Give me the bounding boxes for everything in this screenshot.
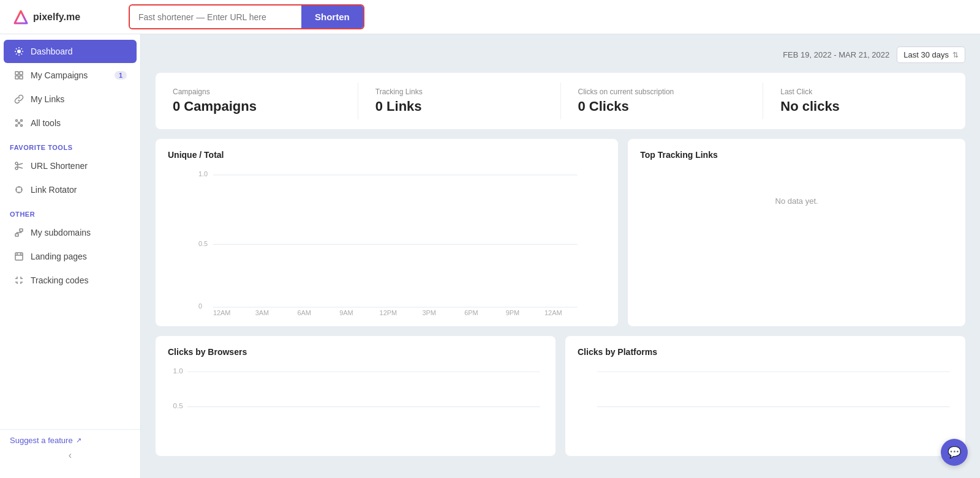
stat-links: Tracking Links 0 Links [358, 83, 561, 119]
svg-point-12 [15, 167, 18, 170]
logo: pixelfy.me [12, 9, 110, 26]
svg-point-11 [15, 162, 18, 165]
date-range-text: FEB 19, 2022 - MAR 21, 2022 [783, 50, 889, 59]
sidebar-item-tracking-codes[interactable]: Tracking codes [4, 269, 137, 292]
sidebar-item-link-rotator[interactable]: Link Rotator [4, 178, 137, 201]
date-select-label: Last 30 days [903, 50, 949, 59]
stat-last-click-label: Last Click [780, 88, 948, 96]
svg-text:9PM: 9PM [506, 309, 519, 315]
charts-row-2: Clicks by Browsers 1.0 0.5 Clicks by Pla… [156, 336, 965, 456]
sidebar-item-landing-pages[interactable]: Landing pages [4, 245, 137, 268]
external-link-icon: ↗ [76, 436, 81, 444]
logo-text: pixelfy.me [33, 12, 80, 23]
sidebar-collapse-button[interactable]: ‹ [10, 445, 130, 466]
sidebar-nav: Dashboard My Campaigns 1 My Links Al [0, 34, 140, 429]
stat-clicks-value: 0 Clicks [578, 99, 746, 114]
sidebar-item-url-shortener[interactable]: URL Shortener [4, 154, 137, 177]
campaigns-icon [13, 70, 24, 81]
sidebar-item-subdomains-label: My subdomains [31, 228, 91, 237]
svg-point-9 [21, 125, 23, 127]
tools-icon [13, 118, 24, 129]
platforms-chart-card: Clicks by Platforms [565, 336, 965, 456]
browsers-chart-card: Clicks by Browsers 1.0 0.5 [156, 336, 556, 456]
topbar: pixelfy.me Shorten [0, 0, 980, 34]
sidebar-item-links-label: My Links [31, 94, 64, 104]
svg-point-8 [16, 125, 18, 127]
unique-total-chart-area: 1.0 0.5 0 12AM 3AM 6AM 9AM 12PM 3PM [168, 168, 606, 315]
svg-text:12PM: 12PM [380, 309, 397, 315]
svg-text:9AM: 9AM [339, 309, 353, 315]
main-layout: Dashboard My Campaigns 1 My Links Al [0, 34, 980, 478]
sidebar-item-links[interactable]: My Links [4, 88, 137, 111]
svg-text:3PM: 3PM [422, 309, 435, 315]
charts-row-1: Unique / Total 1.0 0.5 0 12AM 3AM [156, 139, 965, 326]
svg-point-6 [16, 120, 18, 122]
platforms-chart-area [578, 365, 953, 445]
svg-text:0: 0 [198, 302, 202, 310]
top-tracking-links-card: Top Tracking Links No data yet. [628, 139, 965, 326]
platforms-chart-title: Clicks by Platforms [578, 347, 953, 357]
chat-bubble-button[interactable]: 💬 [941, 439, 968, 466]
sidebar-item-tracking-codes-label: Tracking codes [31, 275, 88, 285]
svg-rect-5 [20, 76, 23, 79]
sidebar-item-dashboard[interactable]: Dashboard [4, 40, 137, 63]
logo-icon [12, 9, 29, 26]
sidebar-item-subdomains[interactable]: My subdomains [4, 221, 137, 244]
svg-text:6PM: 6PM [464, 309, 478, 315]
tracking-icon [13, 275, 24, 286]
no-data-text: No data yet. [640, 196, 953, 206]
svg-marker-0 [15, 11, 27, 23]
stat-last-click: Last Click No clicks [763, 83, 965, 119]
links-icon [13, 94, 24, 105]
stat-campaigns-label: Campaigns [173, 88, 341, 96]
url-shortener-bar: Shorten [129, 4, 364, 29]
stat-links-value: 0 Links [375, 99, 543, 114]
sidebar-item-campaigns-label: My Campaigns [31, 70, 88, 80]
top-tracking-links-title: Top Tracking Links [640, 150, 953, 160]
svg-text:3AM: 3AM [255, 309, 269, 315]
landing-icon [13, 251, 24, 262]
svg-point-10 [18, 122, 20, 124]
sidebar-item-url-shortener-label: URL Shortener [31, 161, 88, 171]
sidebar-item-all-tools[interactable]: All tools [4, 111, 137, 135]
main-content: FEB 19, 2022 - MAR 21, 2022 Last 30 days… [141, 34, 980, 478]
shorten-button[interactable]: Shorten [301, 6, 363, 28]
url-input[interactable] [130, 7, 301, 27]
svg-rect-3 [20, 72, 23, 75]
browsers-chart-title: Clicks by Browsers [168, 347, 543, 357]
unique-total-chart-card: Unique / Total 1.0 0.5 0 12AM 3AM [156, 139, 618, 326]
browsers-chart-area: 1.0 0.5 [168, 365, 543, 445]
sidebar-item-all-tools-label: All tools [31, 118, 61, 128]
date-range-select[interactable]: Last 30 days ⇅ [897, 47, 965, 63]
campaigns-badge: 1 [115, 71, 127, 80]
svg-text:1.0: 1.0 [173, 367, 183, 375]
stats-row: Campaigns 0 Campaigns Tracking Links 0 L… [156, 73, 965, 129]
stat-clicks-label: Clicks on current subscription [578, 88, 746, 96]
dashboard-icon [13, 46, 24, 57]
svg-text:6AM: 6AM [297, 309, 311, 315]
suggest-feature-link[interactable]: Suggest a feature ↗ [10, 436, 130, 445]
svg-line-14 [18, 167, 23, 169]
svg-rect-2 [15, 72, 18, 75]
svg-rect-4 [15, 76, 18, 79]
other-section-label: OTHER [0, 202, 140, 220]
stat-campaigns: Campaigns 0 Campaigns [156, 83, 358, 119]
stat-clicks: Clicks on current subscription 0 Clicks [561, 83, 764, 119]
stat-last-click-value: No clicks [780, 99, 948, 114]
suggest-feature-label: Suggest a feature [10, 436, 73, 445]
svg-text:12AM: 12AM [213, 309, 230, 315]
collapse-icon: ‹ [69, 450, 72, 461]
svg-point-7 [21, 120, 23, 122]
scissors-icon [13, 160, 24, 171]
svg-line-13 [18, 163, 23, 165]
sidebar-item-dashboard-label: Dashboard [31, 47, 73, 56]
svg-text:0.5: 0.5 [198, 240, 208, 247]
rotator-icon [13, 184, 24, 195]
svg-rect-17 [15, 234, 18, 236]
sidebar-item-link-rotator-label: Link Rotator [31, 185, 77, 195]
svg-rect-18 [20, 229, 23, 231]
svg-text:0.5: 0.5 [173, 401, 183, 409]
stat-campaigns-value: 0 Campaigns [173, 99, 341, 114]
svg-text:1.0: 1.0 [198, 170, 208, 177]
sidebar-item-campaigns[interactable]: My Campaigns 1 [4, 64, 137, 87]
